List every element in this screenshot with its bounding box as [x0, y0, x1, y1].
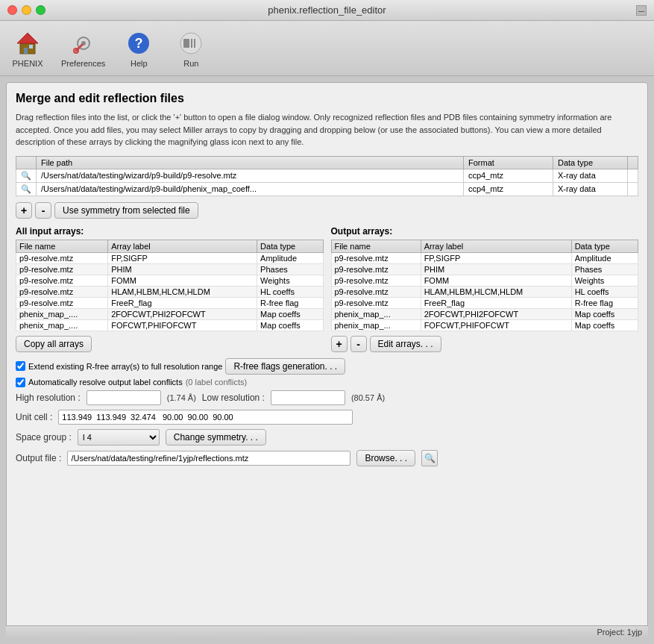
- browse-button[interactable]: Browse. . .: [356, 450, 415, 466]
- file-row-2[interactable]: 🔍 /Users/nat/data/testing/wizard/p9-buil…: [16, 182, 638, 196]
- toolbar: PHENIX Preferences ? Help: [0, 21, 654, 76]
- resolve-conflicts-label: Automatically resolve output label confl…: [28, 378, 183, 387]
- file-row-2-format: ccp4_mtz: [464, 182, 553, 196]
- output-file-search-icon[interactable]: 🔍: [421, 450, 438, 466]
- phenix-tool[interactable]: PHENIX: [9, 29, 46, 68]
- output-file-input[interactable]: [67, 451, 350, 466]
- resolve-conflicts-row: Automatically resolve output label confl…: [16, 378, 638, 387]
- file-row-1-format: ccp4_mtz: [464, 169, 553, 182]
- output-row-6-label: 2FOFCWT,PHI2FOFCWT: [421, 308, 571, 319]
- output-row-5-file: p9-resolve.mtz: [331, 297, 421, 308]
- table-row[interactable]: p9-resolve.mtz FP,SIGFP Amplitude: [16, 252, 324, 263]
- copy-all-button[interactable]: Copy all arrays: [16, 336, 92, 352]
- output-row-4-file: p9-resolve.mtz: [331, 286, 421, 297]
- output-row-4-type: HL coeffs: [571, 286, 638, 297]
- input-row-1-file: p9-resolve.mtz: [16, 252, 108, 263]
- space-group-row: Space group : I 4 Change symmetry. . .: [16, 429, 638, 446]
- output-row-2-type: Phases: [571, 263, 638, 275]
- output-col-type: Data type: [571, 240, 638, 252]
- output-arrays-table: File name Array label Data type p9-resol…: [331, 240, 639, 331]
- file-row-2-path: /Users/nat/data/testing/wizard/p9-build/…: [37, 182, 464, 196]
- collapse-button[interactable]: —: [636, 5, 647, 16]
- remove-file-button[interactable]: -: [35, 202, 51, 219]
- resolution-row: High resolution : (1.74 Å) Low resolutio…: [16, 390, 638, 405]
- output-row-4-label: HLAM,HLBM,HLCM,HLDM: [421, 286, 571, 297]
- run-tool[interactable]: Run: [172, 29, 210, 68]
- use-symmetry-button[interactable]: Use symmetry from selected file: [54, 202, 198, 219]
- table-row[interactable]: p9-resolve.mtz FreeR_flag R-free flag: [16, 297, 324, 308]
- input-row-4-type: HL coeffs: [257, 286, 323, 297]
- table-row[interactable]: phenix_map_.... 2FOFCWT,PHI2FOFCWT Map c…: [16, 308, 324, 319]
- remove-output-button[interactable]: -: [350, 336, 367, 352]
- high-res-input[interactable]: [87, 390, 161, 405]
- input-row-5-type: R-free flag: [257, 297, 323, 308]
- output-controls-row: + - Edit arrays. . .: [331, 336, 639, 352]
- file-row-1-extra: [628, 169, 638, 182]
- help-tool[interactable]: ? Help: [120, 29, 157, 68]
- svg-rect-2: [24, 48, 28, 54]
- table-row[interactable]: phenix_map_... FOFCWT,PHIFOFCWT Map coef…: [331, 319, 638, 331]
- maximize-button[interactable]: [36, 5, 45, 15]
- table-row[interactable]: phenix_map_... 2FOFCWT,PHI2FOFCWT Map co…: [331, 308, 638, 319]
- output-row-7-type: Map coeffs: [571, 319, 638, 331]
- run-label: Run: [183, 59, 198, 68]
- input-row-2-label: PHIM: [108, 263, 257, 275]
- space-group-label: Space group :: [16, 432, 72, 443]
- table-row[interactable]: p9-resolve.mtz HLAM,HLBM,HLCM,HLDM HL co…: [16, 286, 324, 297]
- traffic-lights[interactable]: [7, 5, 45, 15]
- file-controls-row: + - Use symmetry from selected file: [16, 202, 638, 219]
- input-row-6-type: Map coeffs: [257, 308, 323, 319]
- minimize-button[interactable]: [22, 5, 31, 15]
- svg-text:?: ?: [135, 36, 143, 51]
- resolve-conflicts-checkbox[interactable]: [16, 378, 25, 387]
- input-row-3-file: p9-resolve.mtz: [16, 275, 108, 286]
- preferences-tool[interactable]: Preferences: [61, 29, 105, 68]
- description-text: Drag reflection files into the list, or …: [16, 111, 638, 149]
- output-row-3-label: FOMM: [421, 275, 571, 286]
- status-text: Project: 1yjp: [597, 628, 642, 637]
- extend-rfree-checkbox[interactable]: [16, 361, 25, 371]
- unit-cell-row: Unit cell :: [16, 410, 638, 425]
- file-row-1[interactable]: 🔍 /Users/nat/data/testing/wizard/p9-buil…: [16, 169, 638, 182]
- unit-cell-label: Unit cell :: [16, 412, 52, 422]
- output-col-label: Array label: [421, 240, 571, 252]
- low-res-input[interactable]: [271, 390, 345, 405]
- unit-cell-input[interactable]: [58, 410, 353, 425]
- arrays-section: All input arrays: File name Array label …: [16, 226, 638, 352]
- input-row-4-label: HLAM,HLBM,HLCM,HLDM: [108, 286, 257, 297]
- run-icon: [177, 29, 205, 57]
- r-free-flags-button[interactable]: R-free flags generation. . .: [225, 358, 345, 375]
- output-row-7-file: phenix_map_...: [331, 319, 421, 331]
- input-col-type: Data type: [257, 240, 323, 252]
- bottom-controls: Extend existing R-free array(s) to full …: [16, 358, 638, 466]
- svg-line-6: [76, 45, 82, 51]
- file-table-path-header: File path: [37, 156, 464, 169]
- change-symmetry-button[interactable]: Change symmetry. . .: [166, 429, 266, 446]
- file-row-2-icon: 🔍: [16, 182, 37, 196]
- input-row-2-type: Phases: [257, 263, 323, 275]
- output-row-2-label: PHIM: [421, 263, 571, 275]
- conflicts-count: (0 label conflicts): [186, 378, 248, 387]
- input-row-4-file: p9-resolve.mtz: [16, 286, 108, 297]
- table-row[interactable]: p9-resolve.mtz HLAM,HLBM,HLCM,HLDM HL co…: [331, 286, 638, 297]
- input-arrays-panel: All input arrays: File name Array label …: [16, 226, 324, 352]
- table-row[interactable]: p9-resolve.mtz FreeR_flag R-free flag: [331, 297, 638, 308]
- add-file-button[interactable]: +: [16, 202, 32, 219]
- house-icon: [13, 29, 42, 57]
- edit-arrays-button[interactable]: Edit arrays. . .: [370, 336, 441, 352]
- table-row[interactable]: p9-resolve.mtz FOMM Weights: [16, 275, 324, 286]
- table-row[interactable]: phenix_map_.... FOFCWT,PHIFOFCWT Map coe…: [16, 319, 324, 331]
- table-row[interactable]: p9-resolve.mtz FOMM Weights: [331, 275, 638, 286]
- add-output-button[interactable]: +: [331, 336, 348, 352]
- table-row[interactable]: p9-resolve.mtz PHIM Phases: [331, 263, 638, 275]
- input-row-2-file: p9-resolve.mtz: [16, 263, 108, 275]
- svg-rect-3: [29, 45, 33, 49]
- close-button[interactable]: [7, 5, 17, 15]
- input-col-label: Array label: [108, 240, 257, 252]
- preferences-icon: [69, 29, 98, 57]
- phenix-label: PHENIX: [13, 59, 43, 68]
- table-row[interactable]: p9-resolve.mtz PHIM Phases: [16, 263, 324, 275]
- space-group-select[interactable]: I 4: [78, 429, 160, 446]
- table-row[interactable]: p9-resolve.mtz FP,SIGFP Amplitude: [331, 252, 638, 263]
- output-row-3-type: Weights: [571, 275, 638, 286]
